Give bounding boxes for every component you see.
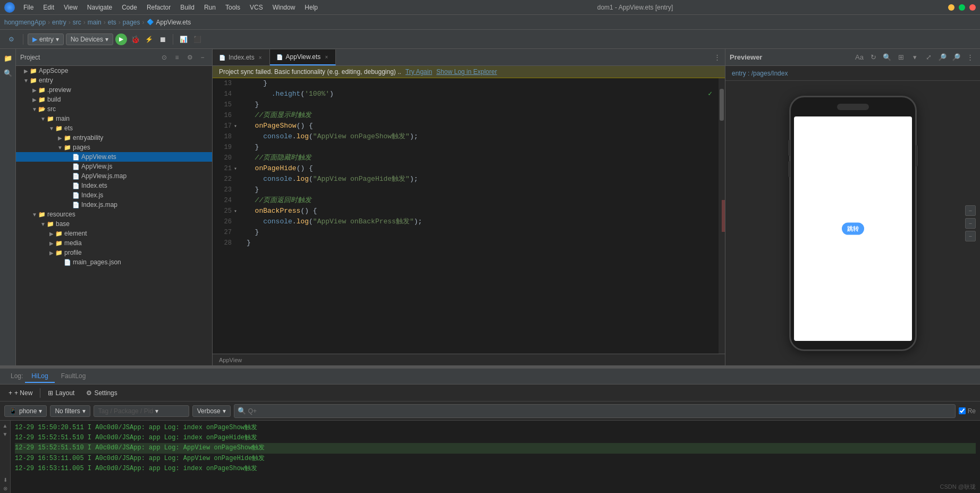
previewer-grid-icon[interactable]: ⊞ xyxy=(895,52,907,63)
tree-label-media: media xyxy=(64,239,82,247)
debug-button[interactable]: 🐞 xyxy=(129,34,141,45)
tree-item-ets[interactable]: ▼ 📁 ets xyxy=(16,123,212,133)
log-tab-hilog[interactable]: HiLog xyxy=(25,370,54,383)
tree-item-entry[interactable]: ▼ 📁 entry xyxy=(16,76,212,85)
log-device-select[interactable]: 📱 phone ▾ xyxy=(4,405,47,417)
panel-scope-icon[interactable]: ⊙ xyxy=(159,52,170,63)
fold-25[interactable]: ▾ xyxy=(234,206,242,216)
tree-item-index-js[interactable]: ▶ 📄 Index.js xyxy=(16,190,212,200)
tree-item-main[interactable]: ▼ 📁 main xyxy=(16,114,212,123)
tree-item-media[interactable]: ▶ 📁 media xyxy=(16,238,212,248)
prev-side-btn-1[interactable]: − xyxy=(965,205,976,216)
panel-collapse-icon[interactable]: ≡ xyxy=(172,52,182,63)
tree-item-pages[interactable]: ▼ 📁 pages xyxy=(16,143,212,152)
breadcrumb-entry[interactable]: entry xyxy=(52,19,66,26)
code-editor[interactable]: 13 14 15 16 17 18 19 20 21 22 23 24 25 2… xyxy=(213,78,725,354)
log-scroll-up[interactable]: ▲ xyxy=(2,422,9,429)
tab-close-appview[interactable]: × xyxy=(324,54,329,61)
phone-jump-button[interactable]: 跳转 xyxy=(842,222,864,235)
show-log-link[interactable]: Show Log in Explorer xyxy=(436,68,497,76)
tree-item-appscope[interactable]: ▶ 📁 AppScope xyxy=(16,66,212,76)
menu-file[interactable]: File xyxy=(19,3,38,12)
code-content[interactable]: } .height('100%') ✓ } xyxy=(242,78,719,354)
terminal-button[interactable]: ⬛ xyxy=(191,34,203,45)
menu-code[interactable]: Code xyxy=(117,3,141,12)
tree-item-index-jsmap[interactable]: ▶ 📄 Index.js.map xyxy=(16,200,212,210)
log-tag-select[interactable]: Tag / Package / Pid ▾ xyxy=(94,405,189,417)
side-icon-project[interactable]: 📁 xyxy=(1,51,15,65)
breadcrumb-ets[interactable]: ets xyxy=(108,19,116,26)
breadcrumb-main[interactable]: main xyxy=(88,19,102,26)
log-tab-faultlog[interactable]: FaultLog xyxy=(55,370,92,383)
tab-index-ets[interactable]: 📄 Index.ets × xyxy=(213,49,270,65)
panel-settings-icon[interactable]: ⚙ xyxy=(184,52,195,63)
menu-refactor[interactable]: Refactor xyxy=(142,3,175,12)
tree-item-base[interactable]: ▼ 📁 base xyxy=(16,219,212,229)
menu-tools[interactable]: Tools xyxy=(221,3,244,12)
breadcrumb-pages[interactable]: pages xyxy=(123,19,140,26)
tree-item-appview-ets[interactable]: ▶ 📄 AppView.ets xyxy=(16,152,212,162)
tab-close-index[interactable]: × xyxy=(258,54,263,61)
tree-item-main-pages-json[interactable]: ▶ 📄 main_pages.json xyxy=(16,257,212,267)
previewer-grid-arrow[interactable]: ▾ xyxy=(909,52,920,63)
prev-side-btn-3[interactable]: − xyxy=(965,231,976,241)
toolbar-no-devices-dropdown[interactable]: No Devices ▾ xyxy=(66,34,113,45)
log-nofilters-select[interactable]: No filters ▾ xyxy=(50,405,90,417)
side-icon-search[interactable]: 🔍 xyxy=(1,66,15,80)
previewer-zoom-out-icon[interactable]: 🔎 xyxy=(950,52,962,63)
try-again-link[interactable]: Try Again xyxy=(405,68,432,76)
tree-item-resources[interactable]: ▼ 📁 resources xyxy=(16,210,212,219)
menu-build[interactable]: Build xyxy=(176,3,199,12)
tree-item-build[interactable]: ▶ 📁 build xyxy=(16,95,212,104)
editor-scrollbar[interactable] xyxy=(719,78,725,354)
window-close[interactable]: × xyxy=(969,4,976,11)
menu-view[interactable]: View xyxy=(60,3,82,12)
menu-help[interactable]: Help xyxy=(300,3,322,12)
log-re-check[interactable] xyxy=(959,407,966,414)
log-scroll-to-bottom[interactable]: ⬇ xyxy=(2,476,9,483)
panel-minimize-icon[interactable]: − xyxy=(197,52,208,63)
previewer-expand-icon[interactable]: ⤢ xyxy=(923,52,934,63)
window-minimize[interactable]: − xyxy=(948,4,954,11)
prev-side-btn-2[interactable]: − xyxy=(965,218,976,229)
fold-21[interactable]: ▾ xyxy=(234,163,242,174)
tab-more-button[interactable]: ⋮ xyxy=(709,49,725,65)
menu-edit[interactable]: Edit xyxy=(39,3,58,12)
stop-button[interactable]: ⏹ xyxy=(157,34,168,45)
previewer-zoom-in-icon[interactable]: 🔎 xyxy=(936,52,948,63)
tree-item-index-ets[interactable]: ▶ 📄 Index.ets xyxy=(16,181,212,190)
toolbar-sync-icon[interactable]: ⚙ xyxy=(4,34,19,45)
previewer-font-size-icon[interactable]: Aa xyxy=(854,52,865,63)
menu-navigate[interactable]: Navigate xyxy=(83,3,116,12)
log-settings-button[interactable]: ⚙ Settings xyxy=(82,388,121,398)
previewer-inspect-icon[interactable]: 🔍 xyxy=(881,52,893,63)
tree-item-profile[interactable]: ▶ 📁 profile xyxy=(16,248,212,257)
coverage-button[interactable]: 📊 xyxy=(178,34,189,45)
menu-window[interactable]: Window xyxy=(268,3,300,12)
breadcrumb-src[interactable]: src xyxy=(73,19,81,26)
previewer-refresh-icon[interactable]: ↻ xyxy=(867,52,879,63)
toolbar-entry-dropdown[interactable]: ▶ entry ▾ xyxy=(28,34,64,45)
log-layout-button[interactable]: ⊞ Layout xyxy=(44,388,79,398)
tree-item-entryability[interactable]: ▶ 📁 entryability xyxy=(16,133,212,143)
fold-17[interactable]: ▾ xyxy=(234,121,242,131)
log-search-bar[interactable]: 🔍 xyxy=(234,404,956,418)
tree-item-element[interactable]: ▶ 📁 element xyxy=(16,229,212,238)
run-button[interactable]: ▶ xyxy=(115,34,127,45)
log-new-button[interactable]: + + New xyxy=(4,388,37,398)
tree-item-appview-jsmap[interactable]: ▶ 📄 AppView.js.map xyxy=(16,171,212,181)
breadcrumb-hongmengapp[interactable]: hongmengApp xyxy=(4,19,46,26)
menu-vcs[interactable]: VCS xyxy=(246,3,267,12)
log-search-input[interactable] xyxy=(248,407,952,415)
tree-item-src[interactable]: ▼ 📂 src xyxy=(16,104,212,114)
previewer-menu-icon[interactable]: ⋮ xyxy=(964,52,976,63)
tab-appview-ets[interactable]: 📄 AppView.ets × xyxy=(270,49,336,65)
tree-item-preview[interactable]: ▶ 📁 .preview xyxy=(16,85,212,95)
tree-item-appview-js[interactable]: ▶ 📄 AppView.js xyxy=(16,162,212,171)
log-clear[interactable]: ⊗ xyxy=(2,484,9,492)
log-verbose-select[interactable]: Verbose ▾ xyxy=(192,405,231,417)
menu-run[interactable]: Run xyxy=(200,3,220,12)
log-scroll-down[interactable]: ▼ xyxy=(2,430,9,438)
hot-reload-button[interactable]: ⚡ xyxy=(143,34,155,45)
window-maximize[interactable]: □ xyxy=(959,4,965,11)
